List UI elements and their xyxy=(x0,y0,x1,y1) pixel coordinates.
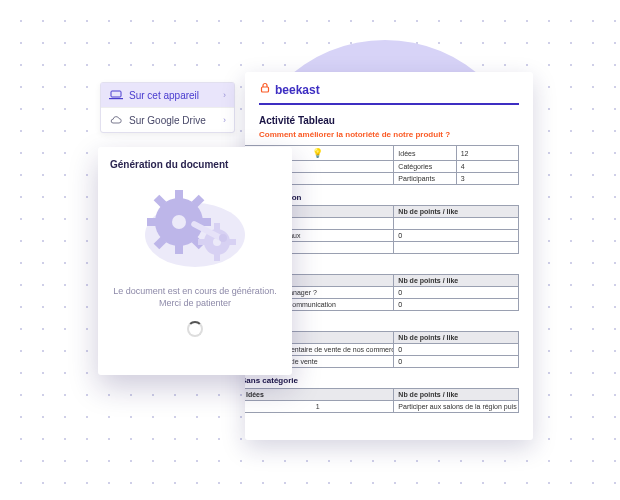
points-cell: 0 xyxy=(394,287,519,299)
modal-message: Le document est en cours de génération. … xyxy=(113,285,277,309)
section-table: IdéesNb de points / like 1Participer aux… xyxy=(245,388,519,413)
generation-modal: Génération du document xyxy=(98,147,292,375)
col-header: Nb de points / like xyxy=(394,275,519,287)
svg-rect-1 xyxy=(109,98,123,99)
chevron-right-icon: › xyxy=(223,115,226,125)
points-cell: 0 xyxy=(394,356,519,368)
svg-rect-0 xyxy=(111,91,121,97)
activity-question: Comment améliorer la notoriété de notre … xyxy=(259,130,519,139)
summary-label: Idées xyxy=(394,146,456,161)
summary-label: Participants xyxy=(394,173,456,185)
export-item-device[interactable]: Sur cet appareil › xyxy=(101,83,234,108)
svg-rect-16 xyxy=(214,223,220,230)
cloud-icon xyxy=(109,114,123,126)
svg-rect-2 xyxy=(262,87,269,92)
points-cell xyxy=(394,218,519,230)
summary-value: 3 xyxy=(456,173,518,185)
svg-point-5 xyxy=(172,215,186,229)
points-cell: 0 xyxy=(394,230,519,242)
lock-icon xyxy=(259,82,271,97)
svg-rect-6 xyxy=(175,190,183,200)
gears-illustration xyxy=(135,180,255,275)
points-cell: 0 xyxy=(394,299,519,311)
modal-title: Génération du document xyxy=(110,159,228,170)
laptop-icon xyxy=(109,89,123,101)
idea-cell: Participer aux salons de la région puis … xyxy=(394,401,519,413)
chevron-right-icon: › xyxy=(223,90,226,100)
summary-label: Catégories xyxy=(394,161,456,173)
svg-rect-8 xyxy=(147,218,157,226)
svg-rect-18 xyxy=(198,239,205,245)
col-header: Nb de points / like xyxy=(394,389,519,401)
export-item-label: Sur Google Drive xyxy=(129,115,223,126)
svg-rect-19 xyxy=(229,239,236,245)
export-item-drive[interactable]: Sur Google Drive › xyxy=(101,108,234,132)
col-header: Idées xyxy=(245,389,394,401)
svg-point-21 xyxy=(219,234,227,242)
svg-rect-9 xyxy=(201,218,211,226)
export-menu: Sur cet appareil › Sur Google Drive › xyxy=(100,82,235,133)
brand-header: beekast xyxy=(259,82,519,105)
summary-value: 4 xyxy=(456,161,518,173)
brand-name: beekast xyxy=(275,83,320,97)
category-title: Sans catégorie xyxy=(245,376,519,385)
col-header: Nb de points / like xyxy=(394,332,519,344)
col-header: Nb de points / like xyxy=(394,206,519,218)
summary-value: 12 xyxy=(456,146,518,161)
svg-rect-17 xyxy=(214,254,220,261)
activity-title: Activité Tableau xyxy=(259,115,519,126)
points-cell: 0 xyxy=(394,344,519,356)
loading-spinner-icon xyxy=(187,321,203,337)
export-item-label: Sur cet appareil xyxy=(129,90,223,101)
row-index: 1 xyxy=(245,401,394,413)
svg-rect-7 xyxy=(175,244,183,254)
